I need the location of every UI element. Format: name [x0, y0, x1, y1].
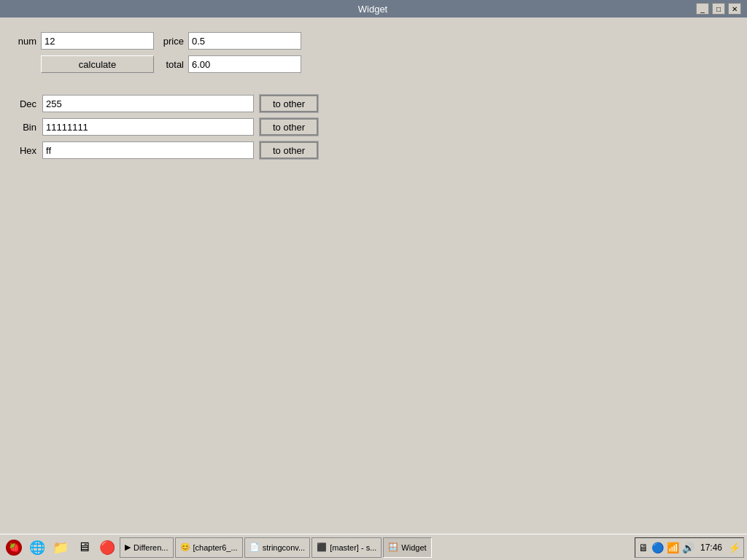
taskbar-app-icon-1[interactable]: 🔴	[96, 537, 118, 559]
taskbar-app-chapter6-label: [chapter6_...	[193, 543, 238, 552]
system-tray: 🖥 🔵 📶 🔊 17:46 ⚡	[635, 537, 744, 558]
dec-to-other-button[interactable]: to other	[260, 95, 318, 112]
bin-input[interactable]	[42, 118, 254, 136]
taskbar-app-chapter6-icon: 😊	[180, 542, 190, 552]
total-input[interactable]	[188, 55, 301, 73]
minimize-button[interactable]: _	[696, 3, 709, 15]
total-label: total	[158, 59, 184, 70]
main-content: num price calculate total Dec to other B…	[0, 18, 747, 534]
calculate-button[interactable]: calculate	[41, 55, 154, 73]
hex-to-other-button[interactable]: to other	[260, 141, 318, 159]
globe-icon[interactable]: 🌐	[26, 537, 48, 559]
price-input[interactable]	[188, 32, 301, 50]
hex-label: Hex	[15, 145, 36, 156]
taskbar-app-differen[interactable]: ▶ Differen...	[120, 537, 174, 558]
close-button[interactable]: ✕	[728, 3, 741, 15]
maximize-button[interactable]: □	[712, 3, 725, 15]
wifi-icon[interactable]: 📶	[667, 542, 679, 553]
taskbar-app-master-icon: ⬛	[317, 542, 327, 552]
taskbar-app-widget-icon: 🪟	[388, 542, 398, 552]
bin-row: Bin to other	[15, 118, 732, 136]
hex-row: Hex to other	[15, 141, 732, 159]
taskbar-app-master[interactable]: ⬛ [master] - s...	[311, 537, 382, 558]
terminal-icon[interactable]: 🖥	[73, 537, 95, 559]
calc-bottom-row: calculate total	[15, 55, 732, 73]
taskbar-app-widget-label: Widget	[401, 543, 426, 552]
bluetooth-icon[interactable]: 🔵	[651, 542, 664, 553]
taskbar-app-widget[interactable]: 🪟 Widget	[383, 537, 431, 558]
taskbar: 🍓 🌐 📁 🖥 🔴 ▶ Differen... 😊 [chapter6_... …	[0, 534, 747, 560]
dec-row: Dec to other	[15, 95, 732, 112]
taskbar-app-differen-icon: ▶	[125, 542, 131, 552]
num-label: num	[15, 36, 36, 47]
dec-input[interactable]	[42, 95, 254, 112]
power-icon[interactable]: ⚡	[728, 542, 740, 553]
bin-label: Bin	[15, 122, 36, 133]
window-controls: _ □ ✕	[696, 3, 741, 15]
calculator-section: num price calculate total	[15, 32, 732, 73]
taskbar-clock: 17:46	[697, 542, 725, 553]
taskbar-app-stringconv[interactable]: 📄 stringconv...	[244, 537, 311, 558]
raspberry-pi-icon[interactable]: 🍓	[3, 537, 25, 559]
screen-icon[interactable]: 🖥	[638, 542, 649, 553]
taskbar-app-stringconv-label: stringconv...	[263, 543, 306, 552]
taskbar-app-differen-label: Differen...	[133, 543, 169, 552]
volume-icon[interactable]: 🔊	[682, 542, 694, 553]
price-label: price	[158, 36, 184, 47]
converter-section: Dec to other Bin to other Hex to other	[15, 95, 732, 159]
bin-to-other-button[interactable]: to other	[260, 118, 318, 136]
taskbar-app-stringconv-icon: 📄	[249, 542, 260, 552]
taskbar-app-master-label: [master] - s...	[330, 543, 376, 552]
dec-label: Dec	[15, 98, 36, 109]
num-input[interactable]	[41, 32, 154, 50]
window-title: Widget	[50, 4, 696, 15]
title-bar: Widget _ □ ✕	[0, 0, 747, 18]
calc-top-row: num price	[15, 32, 732, 50]
file-manager-icon[interactable]: 📁	[50, 537, 71, 559]
taskbar-app-chapter6[interactable]: 😊 [chapter6_...	[175, 537, 243, 558]
hex-input[interactable]	[42, 141, 254, 159]
